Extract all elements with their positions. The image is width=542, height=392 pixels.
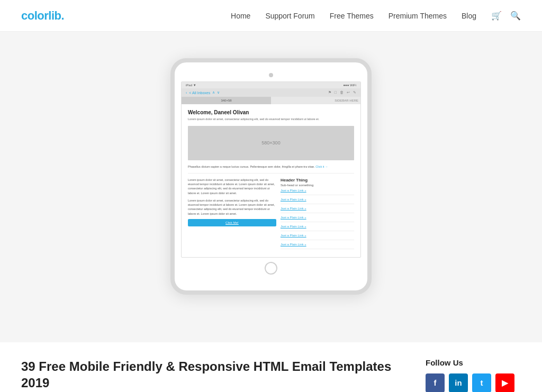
email-sidebar-head: Header Thing xyxy=(281,178,354,183)
sidebar-link-2[interactable]: Just a Plain Link » xyxy=(281,198,354,204)
email-two-column: Lorem ipsum dolor sit amet, consectetur … xyxy=(188,178,354,252)
email-image-placeholder: 580×300 xyxy=(188,126,354,160)
tablet-toolbar: ‹ < All Inboxes ∧ ∨ ⚑ □ 🗑 ↩ ✎ xyxy=(182,88,360,97)
nav-utility-icons: 🛒 🔍 xyxy=(491,11,521,21)
site-logo[interactable]: colorlib. xyxy=(21,9,64,23)
article-main: 39 Free Mobile Friendly & Responsive HTM… xyxy=(21,358,404,392)
back-icon: ‹ xyxy=(186,91,187,95)
tablet-device: iPad ▼ ●●● WiFi ‹ < All Inboxes ∧ ∨ ⚑ □ … xyxy=(170,58,372,295)
site-header: colorlib. Home Support Forum Free Themes… xyxy=(0,0,542,32)
youtube-button[interactable]: ▶ xyxy=(495,373,514,392)
email-col-left: Lorem ipsum dolor sit amet, consectetur … xyxy=(188,178,276,252)
sidebar-link-1[interactable]: Just a Plain Link » xyxy=(281,189,354,195)
facebook-button[interactable]: f xyxy=(426,373,445,392)
article-info-area: 39 Free Mobile Friendly & Responsive HTM… xyxy=(0,342,542,392)
nav-home[interactable]: Home xyxy=(231,12,250,20)
tablet-mockup-wrapper: iPad ▼ ●●● WiFi ‹ < All Inboxes ∧ ∨ ⚑ □ … xyxy=(21,48,521,305)
chevron-up-icon: ∧ xyxy=(212,90,215,95)
email-sidebar-sub: Sub-head or something xyxy=(281,184,354,187)
main-content: iPad ▼ ●●● WiFi ‹ < All Inboxes ∧ ∨ ⚑ □ … xyxy=(0,32,542,342)
trash-icon: 🗑 xyxy=(340,90,344,95)
follow-title: Follow Us xyxy=(426,358,521,367)
twitter-button[interactable]: t xyxy=(472,373,491,392)
sidebar-link-4[interactable]: Just a Plain Link » xyxy=(281,216,354,222)
tablet-toolbar-right: ⚑ □ 🗑 ↩ ✎ xyxy=(328,90,356,95)
desc-link[interactable]: Click it → xyxy=(315,165,328,168)
logo-text: colorlib xyxy=(21,9,61,22)
email-intro-text: Lorem ipsum dolor sit amet, consectetur … xyxy=(188,117,354,122)
email-greeting: Welcome, Daneel Olivan xyxy=(188,110,354,115)
chevron-down-icon: ∨ xyxy=(217,90,220,95)
tablet-email-header: 340×58 SIDEBAR HERE xyxy=(182,97,360,104)
tablet-toolbar-left: ‹ < All Inboxes ∧ ∨ xyxy=(186,90,220,95)
email-body-text-2: Lorem ipsum dolor sit amet, consectetur … xyxy=(188,198,276,216)
tablet-status-left: iPad ▼ xyxy=(186,84,196,87)
flag-icon: ⚑ xyxy=(328,90,331,95)
tablet-email-content: Welcome, Daneel Olivan Lorem ipsum dolor… xyxy=(182,104,360,257)
main-nav: Home Support Forum Free Themes Premium T… xyxy=(231,11,521,21)
sidebar-link-3[interactable]: Just a Plain Link » xyxy=(281,207,354,213)
sidebar-link-5[interactable]: Just a Plain Link » xyxy=(281,225,354,231)
tablet-status-right: ●●● WiFi xyxy=(343,84,356,87)
tablet-camera xyxy=(269,73,273,77)
compose-icon: ✎ xyxy=(353,90,356,95)
logo-dot: . xyxy=(61,9,64,22)
folder-icon: □ xyxy=(335,90,337,95)
tablet-status-bar: iPad ▼ ●●● WiFi xyxy=(182,82,360,88)
tablet-email-tab: 340×58 xyxy=(182,97,271,104)
sidebar-link-7[interactable]: Just a Plain Link » xyxy=(281,243,354,249)
nav-premium-themes[interactable]: Premium Themes xyxy=(389,12,447,20)
email-body-text-1: Lorem ipsum dolor sit amet, consectetur … xyxy=(188,178,276,195)
article-title: 39 Free Mobile Friendly & Responsive HTM… xyxy=(21,358,404,391)
reply-icon: ↩ xyxy=(347,90,350,95)
email-col-right: Header Thing Sub-head or something Just … xyxy=(281,178,354,252)
search-icon[interactable]: 🔍 xyxy=(510,11,521,21)
linkedin-button[interactable]: in xyxy=(449,373,468,392)
social-icons-group: f in t ▶ xyxy=(426,373,521,392)
nav-blog[interactable]: Blog xyxy=(462,12,476,20)
nav-support-forum[interactable]: Support Forum xyxy=(265,12,314,20)
tablet-screen: iPad ▼ ●●● WiFi ‹ < All Inboxes ∧ ∨ ⚑ □ … xyxy=(181,81,361,258)
sidebar-link-6[interactable]: Just a Plain Link » xyxy=(281,234,354,240)
nav-free-themes[interactable]: Free Themes xyxy=(330,12,374,20)
email-description: Phasellus dictum sapien a neque luctus c… xyxy=(188,165,354,174)
cart-icon[interactable]: 🛒 xyxy=(491,11,502,21)
tablet-email-sidebar-label: SIDEBAR HERE xyxy=(271,97,360,104)
email-cta-button[interactable]: Click Me! xyxy=(188,219,276,226)
follow-us-section: Follow Us f in t ▶ xyxy=(426,358,521,392)
tablet-home-button[interactable] xyxy=(265,262,277,275)
back-label: < All Inboxes xyxy=(189,91,210,95)
